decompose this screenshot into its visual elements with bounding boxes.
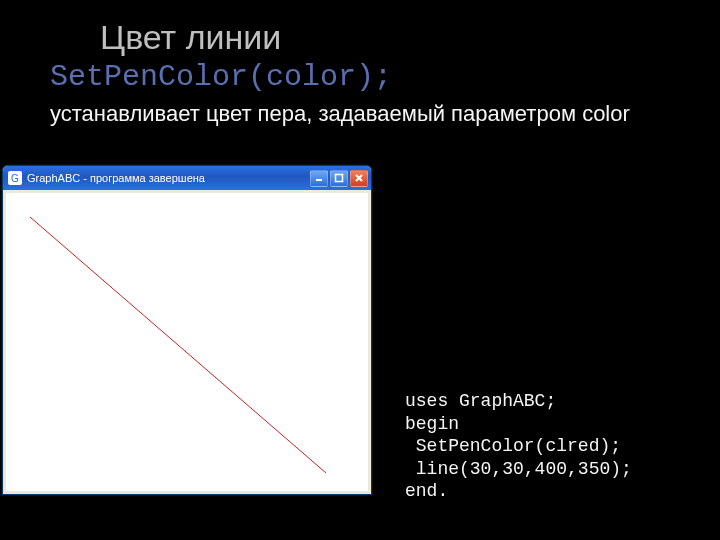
window-titlebar[interactable]: G GraphABC - программа завершена [3, 166, 371, 190]
code-block: uses GraphABC; begin SetPenColor(clred);… [405, 390, 632, 503]
svg-rect-1 [336, 175, 343, 182]
maximize-icon [334, 173, 344, 183]
minimize-button[interactable] [310, 170, 328, 187]
app-icon: G [8, 171, 22, 185]
minimize-icon [314, 173, 324, 183]
window-buttons [310, 170, 368, 187]
code-line: end. [405, 481, 448, 501]
drawing-canvas [6, 193, 368, 491]
function-signature: SetPenColor(color); [50, 60, 392, 94]
code-line: line(30,30,400,350); [405, 459, 632, 479]
code-line: uses GraphABC; [405, 391, 556, 411]
maximize-button[interactable] [330, 170, 348, 187]
demo-red-line [30, 217, 326, 473]
close-icon [354, 173, 364, 183]
function-description: устанавливает цвет пера, задаваемый пара… [50, 100, 630, 128]
page-title: Цвет линии [100, 18, 281, 57]
demo-window: G GraphABC - программа завершена [2, 165, 372, 495]
window-title: GraphABC - программа завершена [27, 172, 305, 184]
close-button[interactable] [350, 170, 368, 187]
code-line: begin [405, 414, 459, 434]
code-line: SetPenColor(clred); [405, 436, 621, 456]
canvas-svg [6, 193, 368, 491]
